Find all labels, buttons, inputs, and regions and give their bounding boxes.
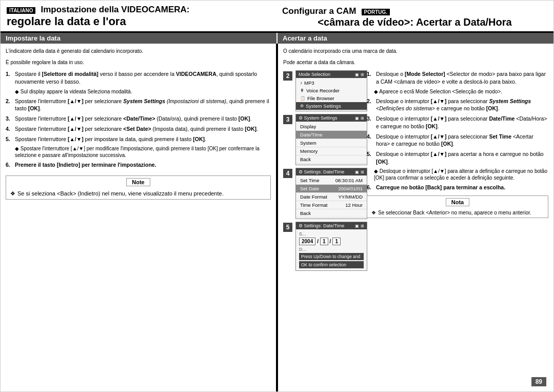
screen-2-header: Mode Selection ▣ ⊞ [296,71,367,78]
screen-2-ui: Mode Selection ▣ ⊞ ♪ MP3 🎙 Voice Recorde… [295,70,367,111]
screen-4-block: 4 ⚙ Settings: Date/Time ▣ ⊞ Set Time08:3 [283,168,363,219]
note-box: Note Se si seleziona <Back> (Indietro) n… [6,175,271,200]
dt-datefmt: Date FormatYY/MM/DD [296,193,367,201]
nota-box: Nota Se seleccionar Back <Anterior> no m… [367,195,548,218]
left-step-5: 5. Spostare l'interruttore [▲/▼] per imp… [6,135,271,143]
italiano-badge: ITALIANO [7,7,35,14]
left-step-3: 3. Spostare l'interruttore [▲/▼] per sel… [6,115,271,123]
left-section-title: Impostare la data [1,33,276,44]
screen-5-header: ⚙ Settings: Date/Time ▣ ⊞ [296,222,367,229]
date-month: 1 [320,238,328,245]
right-step-4: 4. Desloque o interruptor [▲/▼] para sel… [367,133,548,148]
header-title-it: Impostazione della VIDEOCAMERA: [41,5,189,15]
right-step-1: 1. Desloque o [Mode Selector] <Selector … [367,70,548,85]
right-step-5: 5. Desloque o interruptor [▲/▼] para ace… [367,150,548,165]
left-steps-list: 1. Spostare il [Selettore di modalità] v… [6,70,271,171]
nota-title: Nota [446,198,469,206]
screen-3-num: 3 [283,115,292,124]
screen-2-num: 2 [283,71,292,81]
left-step-4: 4. Spostare l'interruttore [▲/▼] per sel… [6,125,271,133]
left-intro1: L'indicatore della data è generato dal c… [6,48,271,55]
screen-3-block: 3 ⚙ System Settings ▣ ⊞ Display [283,114,363,165]
header-title-pt: Configurar a CAM [282,6,357,16]
date-day: 1 [332,238,341,245]
screen-5-num: 5 [283,223,292,232]
header-subtitle-it: regolare la data e l'ora [7,15,272,28]
menu-file: 📋 File Browser [296,94,367,102]
right-step-5-bullet: Desloque o interruptor [▲/▼] para altera… [374,168,548,181]
screen-2-block: 2 Mode Selection ▣ ⊞ ♪ MP3 [283,70,363,111]
sys-back: Back [296,155,367,164]
right-step-3: 3. Desloque o interruptor [▲/▼] para sel… [367,115,548,130]
dt-settime: Set Time08:30:01 AM [296,177,367,185]
left-step-1-bullet: Sul display appare la videata Seleziona … [15,88,271,95]
sys-display: Display [296,123,367,131]
left-intro2: È possibile regolare la data in uso. [6,59,271,66]
sys-datetime: Date/Time [296,131,367,139]
header-left: ITALIANO Impostazione della VIDEOCAMERA:… [7,5,272,28]
screens-column: 2 Mode Selection ▣ ⊞ ♪ MP3 [283,70,363,271]
menu-voice: 🎙 Voice Recorder [296,87,367,94]
right-column: O calendário incorporado cria uma marca … [278,44,553,391]
screen-4-header: ⚙ Settings: Date/Time ▣ ⊞ [296,168,367,175]
screen-5-ui: ⚙ Settings: Date/Time ▣ ⊞ S... 2004 [295,222,367,271]
right-text-col: 1. Desloque o [Mode Selector] <Selector … [367,70,548,271]
right-steps-list: 1. Desloque o [Mode Selector] <Selector … [367,70,548,191]
right-section-title: Acertar a data [278,33,553,44]
dt-setdate: Set Date2004/01/01 [296,185,367,193]
right-intro1: O calendário incorporado cria uma marca … [283,48,548,55]
left-step-1: 1. Spostare il [Selettore di modalità] v… [6,70,271,85]
menu-system: ⚙ System Settings [296,102,367,110]
screen-2-body: ♪ MP3 🎙 Voice Recorder 📋 File Browser ⚙ … [296,78,367,111]
left-step-6: 6. Premere il tasto [Indietro] per termi… [6,161,271,169]
screen-4-ui: ⚙ Settings: Date/Time ▣ ⊞ Set Time08:30:… [295,168,367,219]
nota-section: Nota Se seleccionar Back <Anterior> no m… [367,195,548,218]
dt-back: Back [296,209,367,218]
left-step-2: 2. Spostare l'interruttore [▲/▼] per sel… [6,97,271,112]
date-input-row: 2004 / 1 / 1 [299,238,364,245]
date-hint1: Press Up/Down to change and [299,253,364,260]
date-year: 2004 [299,238,315,245]
header-right: Configurar a CAM PORTUG. <câmara de víde… [282,6,547,28]
right-intro2: Pode acertar a data da câmara. [283,59,548,66]
menu-mp3: ♪ MP3 [296,79,367,87]
screen-4-num: 4 [283,169,292,178]
right-step-2: 2. Desloque o interruptor [▲/▼] para sel… [367,97,548,112]
dt-timefmt: Time Format12 Hour [296,201,367,209]
screen-3-body: Display Date/Time System Memory Back [296,122,367,165]
left-step-5-bullet: Spostare l'interruttore [▲/▼] per modifi… [15,145,271,159]
note-section: Note Se si seleziona <Back> (Indietro) n… [6,175,271,200]
date-hint2: OK to confirm selection [299,261,364,268]
right-step-1-bullet: Aparece o ecrã Mode Selection <Selecção … [374,88,548,95]
portug-badge: PORTUG. [362,9,390,15]
left-column: L'indicatore della data è generato dal c… [1,44,277,391]
screen-3-header: ⚙ System Settings ▣ ⊞ [296,114,367,122]
sys-system: System [296,139,367,147]
header-subtitle-pt: <câmara de vídeo>: Acertar a Data/Hora [282,16,547,28]
right-content: 2 Mode Selection ▣ ⊞ ♪ MP3 [283,70,548,271]
screen-3-ui: ⚙ System Settings ▣ ⊞ Display Date/Time … [295,114,367,165]
note-footer-text: Se si seleziona <Back> (Indietro) nel me… [10,190,266,197]
right-step-6: 6. Carregue no botão [Back] para termina… [367,184,548,191]
page-number: 89 [531,377,546,386]
note-title: Note [126,178,150,186]
screen-4-body: Set Time08:30:01 AM Set Date2004/01/01 D… [296,175,367,219]
screen-5-body: S... 2004 / 1 / 1 D... Press Up/Down to … [296,229,367,270]
nota-footer-text: Se seleccionar Back <Anterior> no menu, … [371,210,544,215]
sys-memory: Memory [296,147,367,155]
screen-5-block: 5 ⚙ Settings: Date/Time ▣ ⊞ S... [283,222,363,271]
page-header: ITALIANO Impostazione della VIDEOCAMERA:… [1,1,553,33]
